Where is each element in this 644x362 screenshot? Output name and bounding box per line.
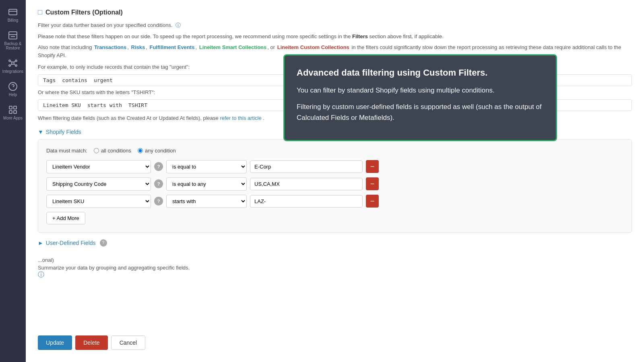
example2-field: Lineitem SKU xyxy=(43,102,81,108)
filter-row-2-remove[interactable]: − xyxy=(366,177,379,190)
all-conditions-radio[interactable] xyxy=(94,148,99,153)
expand-icon: ► xyxy=(38,240,43,246)
svg-rect-0 xyxy=(9,9,17,15)
add-more-button[interactable]: + Add More xyxy=(46,212,85,224)
shopify-fields-section: ▼ Shopify Fields Data must match: all co… xyxy=(38,129,632,233)
backup-icon xyxy=(8,31,18,40)
grouping-partial-label: ...onal) xyxy=(38,257,54,263)
filter-card: Data must match: all conditions any cond… xyxy=(38,139,632,233)
bottom-buttons: Update Delete Cancel xyxy=(38,335,145,350)
billing-icon xyxy=(8,7,18,17)
filters-bold: Filters xyxy=(352,33,368,39)
delete-button[interactable]: Delete xyxy=(75,335,107,350)
info-text-2: Please note that these filters happen on… xyxy=(38,33,632,41)
info-icon: ⓘ xyxy=(175,22,181,28)
tooltip-overlay: Advanced data filtering using Custom Fil… xyxy=(283,54,557,141)
section-header: □ Custom Filters (Optional) xyxy=(38,8,632,16)
svg-line-13 xyxy=(14,64,15,65)
svg-point-9 xyxy=(15,65,17,66)
filter-row-3-help[interactable]: ? xyxy=(154,197,163,206)
svg-line-11 xyxy=(14,61,15,62)
filter-row-3-value[interactable] xyxy=(250,195,363,208)
any-condition-label: any condition xyxy=(145,148,176,154)
any-condition-radio[interactable] xyxy=(138,148,143,153)
sidebar-item-more-apps[interactable]: More Apps xyxy=(0,101,26,124)
shopify-fields-label: Shopify Fields xyxy=(46,129,81,135)
sidebar-item-label: More Apps xyxy=(3,116,23,120)
svg-rect-16 xyxy=(9,106,12,109)
highlight-fulfillment: Fulfillment Events xyxy=(149,44,194,50)
data-must-match-label: Data must match: xyxy=(46,148,87,154)
main-content: □ Custom Filters (Optional) Filter your … xyxy=(26,0,644,362)
highlight-transactions: Transactions xyxy=(94,44,126,50)
example2-value: TSHIRT xyxy=(128,102,147,108)
sidebar-item-billing[interactable]: Billing xyxy=(0,3,26,27)
highlight-risks: Risks xyxy=(131,44,145,50)
filter-row-3: Lineitem Vendor Shipping Country Code Li… xyxy=(46,195,623,208)
svg-point-6 xyxy=(9,60,10,62)
any-condition-radio-label[interactable]: any condition xyxy=(138,148,176,154)
filter-row-1-remove[interactable]: − xyxy=(366,160,379,173)
filter-row-1-operator[interactable]: is equal to is not equal to is equal to … xyxy=(166,160,247,173)
udf-help-icon[interactable]: ? xyxy=(100,239,107,247)
svg-rect-18 xyxy=(9,111,12,113)
more-apps-icon xyxy=(8,105,18,115)
svg-rect-19 xyxy=(14,111,17,113)
filter-row-3-operator[interactable]: is equal to is not equal to is equal to … xyxy=(166,195,247,208)
filter-row-2-help[interactable]: ? xyxy=(154,179,163,188)
tooltip-body-1: You can filter by standard Shopify field… xyxy=(297,85,544,96)
filter-row-2: Lineitem Vendor Shipping Country Code Li… xyxy=(46,177,623,191)
example1-value: urgent xyxy=(94,77,113,83)
section-title: Custom Filters (Optional) xyxy=(45,9,123,16)
all-conditions-label: all conditions xyxy=(101,148,131,154)
example1-field: Tags xyxy=(43,77,56,83)
sidebar: Billing Backup & Restore Integrations He… xyxy=(0,0,26,362)
sidebar-item-label: Billing xyxy=(8,18,19,23)
update-button[interactable]: Update xyxy=(38,335,72,350)
grouping-section: ...onal) xyxy=(38,256,632,263)
svg-rect-2 xyxy=(9,32,17,39)
sidebar-item-backup-restore[interactable]: Backup & Restore xyxy=(0,27,26,54)
info-text-1: Filter your data further based on your s… xyxy=(38,21,632,29)
filter-row-3-remove[interactable]: − xyxy=(366,195,379,208)
tooltip-body-2: Filtering by custom user-defined fields … xyxy=(297,101,544,123)
sidebar-item-integrations[interactable]: Integrations xyxy=(0,54,26,78)
grouping-description: Summarize your data by grouping and aggr… xyxy=(38,265,632,271)
svg-rect-17 xyxy=(14,106,17,109)
filter-row-1-field[interactable]: Lineitem Vendor Shipping Country Code Li… xyxy=(46,160,151,173)
filter-row-2-field[interactable]: Lineitem Vendor Shipping Country Code Li… xyxy=(46,177,151,191)
grouping-info-icon: ⓘ xyxy=(38,271,44,278)
filter-row-3-field[interactable]: Lineitem Vendor Shipping Country Code Li… xyxy=(46,195,151,208)
udf-label: User-Defined Fields xyxy=(46,240,96,246)
svg-point-7 xyxy=(15,60,17,62)
sidebar-item-label: Help xyxy=(9,93,17,97)
chevron-down-icon: ▼ xyxy=(38,129,43,135)
example1-operator: contains xyxy=(62,77,87,83)
filter-row-2-value[interactable] xyxy=(250,178,363,190)
match-row: Data must match: all conditions any cond… xyxy=(46,148,623,154)
sidebar-item-label: Backup & Restore xyxy=(4,41,22,50)
example2-operator: starts with xyxy=(87,102,122,108)
filter-row-1-help[interactable]: ? xyxy=(154,162,163,171)
filter-row-2-operator[interactable]: is equal to is not equal to is equal to … xyxy=(166,177,247,191)
svg-line-10 xyxy=(10,61,12,62)
cancel-button[interactable]: Cancel xyxy=(111,335,146,350)
section-collapse-icon[interactable]: □ xyxy=(38,8,42,16)
highlight-lineitem-custom: Lineitem Custom Collections xyxy=(277,44,349,50)
integrations-icon xyxy=(8,58,18,68)
all-conditions-radio-label[interactable]: all conditions xyxy=(94,148,131,154)
svg-line-12 xyxy=(10,64,12,65)
highlight-lineitem-smart: Lineitem Smart Collections xyxy=(199,44,267,50)
sidebar-item-help[interactable]: Help xyxy=(0,78,26,101)
date-filter-link[interactable]: refer to this article xyxy=(220,115,261,121)
filter-row-1-value[interactable] xyxy=(250,160,363,173)
sidebar-item-label: Integrations xyxy=(2,69,23,74)
tooltip-title: Advanced data filtering using Custom Fil… xyxy=(297,67,544,79)
filter-row-1: Lineitem Vendor Shipping Country Code Li… xyxy=(46,160,623,173)
user-defined-fields-section[interactable]: ► User-Defined Fields ? xyxy=(38,239,632,247)
help-icon-sidebar xyxy=(8,82,18,91)
svg-point-8 xyxy=(9,65,10,66)
